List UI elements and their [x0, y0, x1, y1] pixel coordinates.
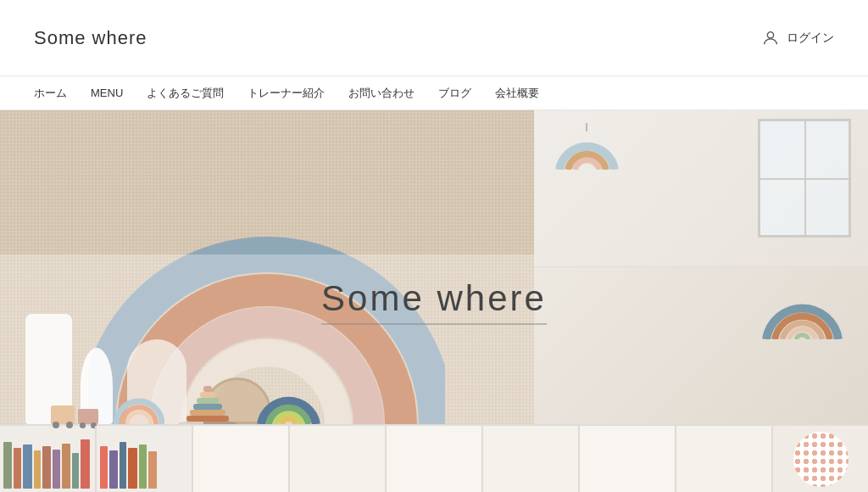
hero-title-overlay: Some where: [321, 278, 547, 325]
toy-shelf: [0, 382, 868, 424]
shelf-cell-empty-2: [290, 426, 387, 492]
svg-rect-4: [190, 410, 225, 416]
book-8: [72, 453, 79, 489]
colorful-rainbow-toy: [257, 377, 320, 424]
nav-item-blog[interactable]: ブログ: [438, 86, 471, 101]
hero-right-top: [534, 110, 868, 267]
small-rainbow-hanging: [555, 123, 619, 170]
svg-rect-8: [203, 386, 212, 392]
nav-item-trainer[interactable]: トレーナー紹介: [248, 86, 325, 101]
svg-rect-6: [197, 398, 219, 404]
nav-item-menu[interactable]: MENU: [91, 87, 123, 99]
login-button[interactable]: ログイン: [761, 29, 834, 48]
book-9: [81, 439, 90, 489]
book-14: [139, 444, 147, 489]
book-13: [128, 448, 137, 489]
books-left-2: [97, 426, 192, 492]
hero-section: Some where: [0, 110, 868, 492]
book-7: [62, 444, 70, 489]
svg-rect-5: [193, 404, 222, 410]
book-3: [23, 444, 32, 489]
hero-images: [0, 110, 868, 424]
book-11: [109, 450, 118, 489]
svg-point-0: [767, 31, 773, 37]
nav-item-faq[interactable]: よくあるご質問: [147, 86, 224, 101]
train-car-1: [51, 405, 75, 424]
window-divider-v: [804, 121, 806, 235]
rainbow-arch-toy: [114, 390, 164, 424]
book-1: [3, 442, 12, 489]
book-10: [100, 446, 108, 489]
bottom-bookshelf: [0, 424, 868, 492]
shelf-cell-empty-5: [580, 426, 676, 492]
book-5: [42, 446, 51, 489]
book-4: [34, 450, 41, 489]
nav-item-about[interactable]: 会社概要: [495, 86, 539, 101]
main-nav: ホーム MENU よくあるご質問 トレーナー紹介 お問い合わせ ブログ 会社概要: [0, 76, 868, 110]
account-icon: [761, 29, 780, 48]
svg-rect-7: [200, 392, 215, 398]
nav-item-home[interactable]: ホーム: [34, 86, 67, 101]
shelf-cell-polka: [773, 426, 868, 492]
book-6: [53, 450, 60, 489]
login-label: ログイン: [787, 31, 834, 46]
shelf-cell-empty-3: [387, 426, 483, 492]
rainbow-toy-small: [762, 284, 843, 339]
stacked-rainbow-toy: [178, 382, 237, 424]
books-left: [0, 426, 95, 492]
svg-rect-3: [186, 416, 229, 422]
hero-title: Some where: [321, 278, 547, 325]
site-logo: Some where: [34, 27, 147, 49]
header: Some where ログイン: [0, 0, 868, 76]
window-frame: [758, 119, 851, 238]
train-toys: [51, 405, 98, 424]
book-15: [148, 451, 157, 489]
nav-item-contact[interactable]: お問い合わせ: [348, 86, 415, 101]
hero-right-panel: [534, 110, 868, 424]
shelf-cell-empty-1: [193, 426, 290, 492]
shelf-cell-empty-4: [483, 426, 580, 492]
book-2: [14, 448, 21, 489]
shelf-cell-books2: [97, 426, 193, 492]
polka-dot-item: [793, 432, 849, 487]
book-12: [120, 442, 126, 489]
shelf-cell-empty-6: [676, 426, 773, 492]
shelf-cell-books: [0, 426, 97, 492]
polka-toy-area: [773, 426, 868, 492]
train-car-2: [78, 409, 98, 424]
